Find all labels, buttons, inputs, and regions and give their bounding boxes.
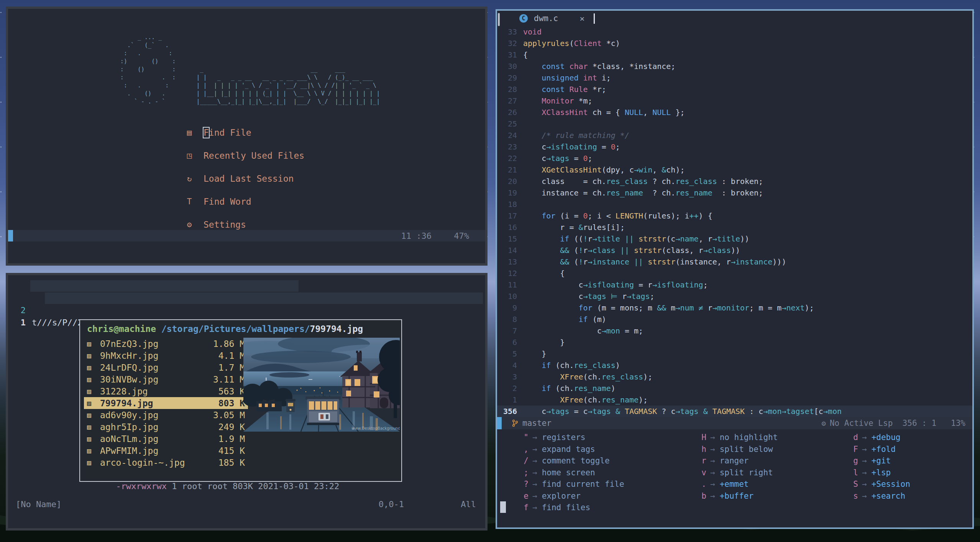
- code-line[interactable]: 19 instance = ch.res_name ? ch.res_name …: [497, 187, 972, 199]
- arrow-icon: →: [858, 433, 872, 442]
- code-line[interactable]: 17 for (i = 0; i < LENGTH(rules); i++) {: [497, 210, 972, 222]
- code-line[interactable]: 14 && (!r→class || strstr(class, r→class…: [497, 245, 972, 256]
- code-line[interactable]: 30 const char *class, *instance;: [497, 61, 972, 72]
- whichkey-binding[interactable]: ?→find current file: [511, 478, 624, 490]
- lsp-status: No Active Lsp: [830, 419, 893, 428]
- binding-key: f: [511, 503, 529, 512]
- code-line[interactable]: 23 c→isfloating = 0;: [497, 141, 972, 153]
- line-number: 3: [497, 371, 523, 383]
- buffer-line[interactable]: 2 t///s/P//2/h/c/.l/s/n/s/p/p/s/r/r/s/Pi…: [8, 280, 485, 292]
- code-line[interactable]: 16 r = &rules[i];: [497, 222, 972, 233]
- code-line[interactable]: 32applyrules(Client *c): [497, 38, 972, 49]
- file-size: 4.1 M: [218, 351, 245, 361]
- whichkey-binding[interactable]: ,→expand tags: [511, 443, 624, 455]
- code-line[interactable]: 26 XClassHint ch = { NULL, NULL };: [497, 107, 972, 118]
- whichkey-binding[interactable]: .→+emmet: [689, 478, 778, 490]
- file-row[interactable]: ▨aoNcTLm.jpg1.9 M: [84, 433, 248, 445]
- code-line[interactable]: 10 c→tags ⊨ r→tags;: [497, 291, 972, 302]
- code-line[interactable]: 33void: [497, 26, 972, 38]
- code-line[interactable]: 3 XFree(ch.res_class);: [497, 371, 972, 383]
- file-row[interactable]: ▨07nEzQ3.jpg1.86 M: [84, 338, 248, 350]
- find-icon: ▤: [184, 128, 195, 137]
- code-line[interactable]: 9 for (m = mons; m && m→num ≠ r→monitor;…: [497, 302, 972, 314]
- menu-item-label: Find Word: [204, 197, 251, 207]
- line-number: 1: [8, 317, 26, 329]
- whichkey-binding[interactable]: h→split below: [689, 443, 778, 455]
- whichkey-binding[interactable]: d→+debug: [840, 432, 910, 443]
- code-line[interactable]: 31{: [497, 49, 972, 61]
- code-line[interactable]: 15 if ((!r→title || strstr(c→name, r→tit…: [497, 233, 972, 245]
- git-branch-name[interactable]: master: [522, 419, 552, 428]
- file-row[interactable]: ▨APwFMIM.jpg415 K: [84, 445, 248, 457]
- whichkey-binding[interactable]: f→find files: [511, 502, 624, 514]
- code-line[interactable]: 25: [497, 118, 972, 130]
- whichkey-binding[interactable]: b→+buffer: [689, 490, 778, 502]
- file-row[interactable]: ▨arco-login-~.jpg185 K: [84, 457, 248, 468]
- file-name: 9hMxcHr.jpg: [100, 351, 218, 361]
- code-line[interactable]: 7 c→mon = m;: [497, 325, 972, 337]
- code-line[interactable]: 4 if (ch.res_class): [497, 360, 972, 371]
- whichkey-binding[interactable]: S→+Session: [840, 478, 910, 490]
- code-line[interactable]: 21 XGetClassHint(dpy, c→win, &ch);: [497, 164, 972, 176]
- code-line[interactable]: 29 unsigned int i;: [497, 72, 972, 84]
- file-row[interactable]: ▨31228.jpg563 K: [84, 385, 248, 397]
- code-line[interactable]: 5 }: [497, 348, 972, 360]
- whichkey-binding[interactable]: "→registers: [511, 432, 624, 443]
- dashboard-menu-item-recently-used-files[interactable]: ◳Recently Used Files: [8, 144, 485, 167]
- tab-dwm-c[interactable]: C dwm.c ×: [515, 11, 588, 26]
- code-line[interactable]: 27 Monitor *m;: [497, 95, 972, 107]
- code-line[interactable]: 22 c→tags = 0;: [497, 153, 972, 164]
- binding-label: find current file: [542, 480, 624, 489]
- whichkey-binding[interactable]: v→split right: [689, 467, 778, 479]
- cursor-line[interactable]: 356 c→tags = c→tags & TAGMASK ? c→tags &…: [497, 406, 972, 417]
- file-row[interactable]: ▨9hMxcHr.jpg4.1 M: [84, 350, 248, 361]
- binding-key: r: [689, 456, 706, 465]
- code-buffer[interactable]: 33void32applyrules(Client *c)31{30 const…: [497, 26, 972, 417]
- code-line[interactable]: 1 XFree(ch.res_name);: [497, 394, 972, 406]
- buffer-line[interactable]: 1: [8, 292, 485, 304]
- code-text: {: [523, 268, 565, 279]
- whichkey-binding[interactable]: F→+fold: [840, 443, 910, 455]
- code-text: {: [523, 49, 528, 61]
- binding-label: +buffer: [720, 491, 754, 501]
- file-row[interactable]: ▨24LrDFQ.jpg1.7 M: [84, 361, 248, 373]
- arrow-icon: →: [706, 433, 720, 442]
- binding-key: v: [689, 468, 706, 477]
- menu-item-label: Load Last Session: [204, 174, 294, 184]
- c-language-icon: C: [519, 14, 528, 23]
- lsp-gear-icon: ⚙: [821, 419, 826, 427]
- dashboard-menu-item-load-last-session[interactable]: ↻Load Last Session: [8, 167, 485, 190]
- whichkey-binding[interactable]: s→+search: [840, 490, 910, 502]
- code-line[interactable]: 20 class = ch.res_class ? ch.res_class :…: [497, 176, 972, 187]
- whichkey-binding[interactable]: g→+git: [840, 455, 910, 467]
- image-file-icon: ▨: [87, 351, 100, 360]
- menu-item-label: Find File: [204, 128, 251, 138]
- whichkey-binding[interactable]: H→no highlight: [689, 432, 778, 443]
- code-line[interactable]: 2 if (ch.res_name): [497, 383, 972, 394]
- code-line[interactable]: 24 /* rule matching */: [497, 130, 972, 141]
- dashboard-menu-item-find-word[interactable]: TFind Word: [8, 190, 485, 213]
- dashboard-menu-item-find-file[interactable]: ▤Find File: [8, 121, 485, 144]
- code-line[interactable]: 6 }: [497, 337, 972, 348]
- whichkey-binding[interactable]: ;→home screen: [511, 467, 624, 479]
- code-line[interactable]: 13 && (!r→instance || strstr(instance, r…: [497, 256, 972, 268]
- whichkey-binding[interactable]: /→comment toggle: [511, 455, 624, 467]
- file-row-selected[interactable]: ▨799794.jpg803 K: [84, 397, 248, 409]
- file-row[interactable]: ▨ad6v90y.jpg3.05 M: [84, 409, 248, 421]
- code-text: for (m = mons; m && m→num ≠ r→monitor; m…: [523, 302, 814, 314]
- close-icon[interactable]: ×: [579, 14, 584, 23]
- whichkey-binding[interactable]: r→ranger: [689, 455, 778, 467]
- file-row[interactable]: ▨30iNVBw.jpg3.11 M: [84, 373, 248, 385]
- lf-path-header: chris@machine /storag/Pictures/wallpaper…: [87, 324, 363, 334]
- code-line[interactable]: 11 c→isfloating = r→isfloating;: [497, 279, 972, 291]
- whichkey-binding[interactable]: e→explorer: [511, 490, 624, 502]
- file-row[interactable]: ▨aghr5Ip.jpg249 K: [84, 421, 248, 433]
- dashboard-menu: ▤Find File◳Recently Used Files↻Load Last…: [8, 121, 485, 236]
- code-line[interactable]: 28 const Rule *r;: [497, 84, 972, 95]
- arrow-icon: →: [529, 468, 542, 477]
- whichkey-binding[interactable]: l→+lsp: [840, 467, 910, 479]
- code-line[interactable]: 12 {: [497, 268, 972, 279]
- code-line[interactable]: 18: [497, 199, 972, 210]
- code-line[interactable]: 8 if (m): [497, 314, 972, 325]
- code-text: r = &rules[i];: [523, 222, 625, 233]
